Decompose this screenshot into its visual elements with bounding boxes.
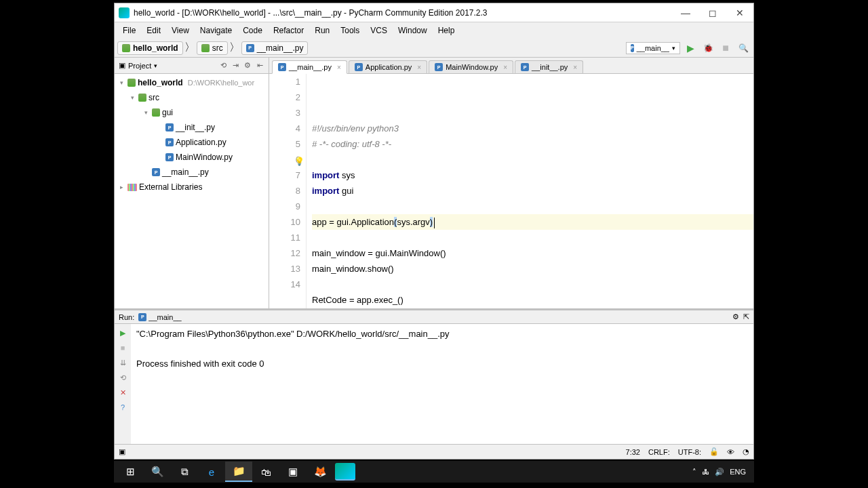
tab-main[interactable]: P__main__.py× [272, 60, 347, 74]
breadcrumb-dir[interactable]: src [197, 41, 228, 55]
firefox-button[interactable]: 🦊 [307, 462, 334, 482]
file-encoding[interactable]: UTF-8: [678, 448, 701, 456]
store-button[interactable]: 🛍 [252, 462, 279, 482]
play-icon: ▶ [687, 43, 694, 54]
search-button[interactable]: 🔍 [144, 462, 171, 482]
close-icon[interactable]: × [337, 64, 341, 71]
menu-navigate[interactable]: Navigate [195, 24, 237, 37]
python-file-icon: P [278, 63, 286, 71]
folder-icon [201, 44, 210, 52]
menu-file[interactable]: File [117, 24, 141, 37]
breadcrumb: hello_world 〉 src 〉 P__main__.py [117, 41, 308, 55]
python-file-icon: P [138, 313, 146, 321]
start-button[interactable]: ⊞ [117, 462, 144, 482]
restore-button[interactable]: ⟲ [117, 371, 129, 384]
analysis-icon[interactable]: ◔ [743, 447, 749, 456]
menu-code[interactable]: Code [237, 24, 268, 37]
tree-src[interactable]: ▾src [115, 90, 269, 105]
maximize-button[interactable]: ◻ [699, 3, 726, 22]
tree-external-libs[interactable]: ▸External Libraries [115, 180, 269, 195]
terminal-button[interactable]: ▣ [279, 462, 307, 482]
run-config-select[interactable]: P__main__ [626, 42, 680, 54]
pycharm-window: hello_world - [D:\WORK\hello_world] - ..… [114, 3, 754, 460]
search-button[interactable]: 🔍 [736, 41, 751, 56]
project-tree[interactable]: ▾hello_worldD:\WORK\hello_wor ▾src ▾gui … [115, 74, 269, 308]
close-button[interactable]: ✕ [117, 386, 129, 399]
lock-icon[interactable]: 🔓 [709, 447, 719, 456]
run-button[interactable]: ▶ [683, 41, 698, 56]
run-output[interactable]: "C:\Program Files\Python36\python.exe" D… [131, 324, 753, 444]
python-file-icon: P [355, 63, 363, 71]
inspections-icon[interactable]: 👁 [727, 448, 734, 456]
close-icon[interactable]: × [417, 64, 421, 71]
cursor-position[interactable]: 7:32 [626, 448, 640, 456]
project-panel-header[interactable]: ▣ Project ▾ ⟲ ⇥ ⚙ ⇤ [115, 58, 269, 74]
menu-window[interactable]: Window [393, 24, 433, 37]
code-area[interactable]: 💡 #!/usr/bin/env python3# -*- coding: ut… [307, 74, 753, 308]
breadcrumb-project[interactable]: hello_world [117, 41, 183, 55]
events-icon[interactable]: ▣ [119, 447, 125, 456]
collapse-icon[interactable]: ⇥ [231, 61, 240, 70]
menu-refactor[interactable]: Refactor [268, 24, 309, 37]
stop-button[interactable]: ■ [117, 342, 129, 354]
network-icon[interactable]: 🖧 [702, 468, 709, 476]
stop-icon: ■ [722, 42, 729, 54]
rerun-button[interactable]: ▶ [117, 327, 129, 339]
close-icon[interactable]: × [573, 64, 577, 71]
edge-button[interactable]: e [198, 462, 225, 482]
tree-file-app[interactable]: PApplication.py [115, 135, 269, 150]
menu-view[interactable]: View [166, 24, 195, 37]
project-icon: ▣ [119, 61, 125, 70]
tree-root[interactable]: ▾hello_worldD:\WORK\hello_wor [115, 75, 269, 90]
code-editor[interactable]: 1234567891011121314 💡 #!/usr/bin/env pyt… [269, 74, 753, 308]
python-file-icon: P [246, 44, 254, 52]
tree-file-init[interactable]: P__init__.py [115, 120, 269, 135]
menu-help[interactable]: Help [433, 24, 460, 37]
tab-application[interactable]: PApplication.py× [349, 60, 427, 73]
tree-file-main[interactable]: P__main__.py [115, 165, 269, 180]
line-separator[interactable]: CRLF: [648, 448, 670, 456]
stop-button[interactable]: ■ [718, 41, 733, 56]
tree-gui[interactable]: ▾gui [115, 105, 269, 120]
gutter[interactable]: 1234567891011121314 [269, 74, 307, 308]
close-button[interactable]: ✕ [726, 3, 753, 22]
explorer-button[interactable]: 📁 [225, 462, 252, 482]
bulb-icon[interactable]: 💡 [294, 154, 304, 169]
autoscroll-icon[interactable]: ⟲ [218, 61, 228, 70]
pycharm-button[interactable] [335, 463, 355, 481]
close-icon[interactable]: × [503, 64, 507, 71]
python-file-icon: P [435, 63, 443, 71]
folder-icon [152, 108, 160, 117]
python-file-icon: P [165, 123, 174, 131]
folder-icon [122, 44, 130, 52]
help-button[interactable]: ? [117, 401, 129, 413]
menu-edit[interactable]: Edit [141, 24, 166, 37]
tray-chevron-icon[interactable]: ˄ [692, 468, 696, 476]
bug-icon: 🐞 [703, 43, 713, 53]
folder-icon [127, 79, 136, 87]
tree-file-mw[interactable]: PMainWindow.py [115, 150, 269, 165]
run-panel-header[interactable]: Run: P __main__ ⚙ ⇱ [115, 310, 753, 324]
volume-icon[interactable]: 🔊 [715, 468, 724, 476]
debug-button[interactable]: 🐞 [701, 41, 715, 56]
gear-icon[interactable]: ⚙ [732, 312, 739, 321]
taskview-button[interactable]: ⧉ [171, 462, 198, 482]
project-panel: ▣ Project ▾ ⟲ ⇥ ⚙ ⇤ ▾hello_worldD:\WORK\… [115, 58, 269, 308]
search-icon: 🔍 [738, 43, 749, 53]
dump-button[interactable]: ⇊ [117, 357, 129, 369]
menubar: File Edit View Navigate Code Refactor Ru… [115, 22, 753, 39]
breadcrumb-file[interactable]: P__main__.py [241, 41, 309, 55]
folder-icon [138, 94, 146, 102]
menu-vcs[interactable]: VCS [365, 24, 393, 37]
gear-icon[interactable]: ⚙ [243, 61, 252, 70]
menu-run[interactable]: Run [309, 24, 335, 37]
minimize-button[interactable]: — [672, 3, 699, 22]
run-panel: Run: P __main__ ⚙ ⇱ ▶ ■ ⇊ ⟲ ✕ ? "C:\Prog… [115, 308, 753, 444]
tab-mainwindow[interactable]: PMainWindow.py× [429, 60, 513, 73]
hide-icon[interactable]: ⇤ [255, 61, 264, 70]
menu-tools[interactable]: Tools [335, 24, 365, 37]
titlebar[interactable]: hello_world - [D:\WORK\hello_world] - ..… [115, 3, 753, 22]
tab-init[interactable]: P__init__.py× [515, 60, 583, 73]
language-indicator[interactable]: ENG [730, 468, 746, 476]
pin-icon[interactable]: ⇱ [743, 312, 749, 321]
